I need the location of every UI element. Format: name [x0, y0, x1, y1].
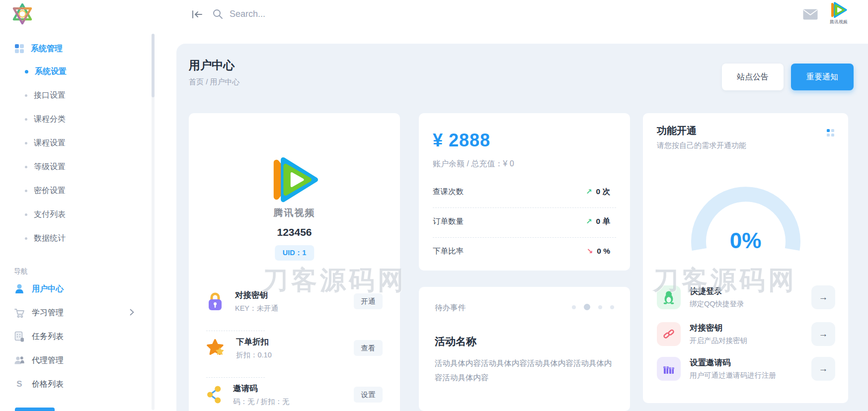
divider	[206, 377, 265, 378]
sidebar-item-course-category[interactable]: 课程分类	[0, 107, 155, 131]
sidebar-item-price-settings[interactable]: 密价设置	[0, 179, 155, 203]
trend-up-icon: ↗	[586, 217, 592, 226]
gauge-value: 0%	[643, 228, 848, 253]
trend-up-icon: ↗	[586, 187, 592, 196]
stat-row-ratio: 下单比率 ↘0 %	[433, 245, 610, 257]
sidebar-item-task-list[interactable]: 任务列表	[0, 325, 155, 348]
username: 123456	[189, 226, 400, 238]
profile-row-api-key: 对接密钥 KEY：未开通 开通	[206, 286, 383, 317]
star-icon	[206, 339, 225, 357]
sidebar-scrollbar-thumb[interactable]	[152, 34, 155, 97]
bullet-icon	[25, 94, 27, 97]
share-icon	[206, 386, 222, 404]
important-notice-button[interactable]: 重要通知	[791, 64, 854, 90]
sidebar-item-user-center[interactable]: 用户中心	[0, 277, 155, 301]
sidebar-item-agent-management[interactable]: 代理管理	[0, 348, 155, 372]
sidebar-item-course-settings[interactable]: 课程设置	[0, 131, 155, 155]
content-panel: 用户中心 首页 / 用户中心 站点公告 重要通知 腾讯视频 123456 UID…	[176, 44, 868, 411]
link-icon	[657, 322, 681, 346]
sidebar-menu: 系统管理 系统设置 接口设置 课程分类 课程设置 等级设置 密价设置 支付列表 …	[0, 38, 155, 396]
sidebar-item-payment-list[interactable]: 支付列表	[0, 203, 155, 226]
users-icon	[14, 355, 25, 366]
bullet-icon	[25, 70, 28, 73]
brand-caption: 腾讯视频	[828, 19, 850, 25]
breadcrumb[interactable]: 首页 / 用户中心	[189, 77, 240, 87]
open-key-button[interactable]: 开通	[354, 293, 383, 309]
carousel-dot[interactable]	[610, 305, 614, 309]
dollar-icon: S	[14, 379, 25, 390]
brand-wordmark: 腾讯视频	[189, 206, 400, 219]
feature-quick-login: 快捷登录 绑定QQ快捷登录 →	[657, 285, 835, 310]
site-notice-button[interactable]: 站点公告	[722, 64, 784, 90]
bullet-icon	[25, 142, 27, 144]
carousel-dot[interactable]	[598, 305, 602, 309]
brand-logo[interactable]: 腾讯视频	[828, 1, 850, 25]
bullet-icon	[25, 166, 27, 168]
cart-icon	[14, 307, 25, 318]
task-list-icon	[14, 331, 25, 342]
bullet-icon	[25, 237, 27, 240]
divider	[433, 207, 616, 208]
sidebar-section-label: 导航	[0, 266, 155, 277]
invite-code-arrow-button[interactable]: →	[811, 357, 835, 381]
features-title: 功能开通	[657, 124, 697, 137]
user-icon	[14, 283, 25, 294]
bullet-icon	[25, 190, 27, 192]
sidebar-group-system[interactable]: 系统管理	[0, 38, 155, 60]
feature-invite-code: 设置邀请码 用户可通过邀请码进行注册 →	[657, 356, 835, 381]
trend-down-icon: ↘	[587, 247, 593, 256]
stat-row-lessons: 查课次数 ↗0 次	[433, 186, 610, 198]
sidebar-group-label: 系统管理	[31, 44, 63, 54]
balance-amount: ¥ 2888	[433, 130, 490, 151]
event-body: 活动具体内容活动具体内容活动具体内容活动具体内容活动具体内容	[435, 356, 616, 385]
features-subtitle: 请您按自己的需求开通功能	[657, 141, 746, 150]
divider	[206, 331, 265, 331]
sidebar-item-price-list[interactable]: S 价格列表	[0, 372, 155, 396]
qq-penguin-icon	[657, 285, 681, 309]
divider	[433, 237, 616, 238]
profile-card: 腾讯视频 123456 UID：1 对接密钥 KEY：未开通 开通 下单折扣	[189, 113, 400, 411]
balance-card: ¥ 2888 账户余额 / 总充值：¥ 0 查课次数 ↗0 次 订单数量 ↗0 …	[419, 113, 630, 271]
todo-title: 待办事件	[435, 303, 466, 313]
mail-icon[interactable]	[803, 9, 818, 20]
grid-icon	[15, 44, 24, 53]
event-title: 活动名称	[435, 335, 476, 348]
tencent-video-logo	[267, 156, 322, 204]
view-discount-button[interactable]: 查看	[354, 340, 383, 356]
profile-row-invite-code: 邀请码 码：无 / 折扣：无 设置	[206, 379, 383, 410]
set-invite-button[interactable]: 设置	[354, 387, 383, 403]
tencent-video-icon	[830, 1, 847, 18]
stat-row-orders: 订单数量 ↗0 单	[433, 215, 610, 227]
bottom-edge-highlight	[15, 408, 55, 411]
grid-menu-icon[interactable]	[827, 129, 834, 137]
features-card: 功能开通 请您按自己的需求开通功能 0% 快捷登录 绑定QQ快捷登录 →	[643, 113, 848, 403]
collapse-back-icon[interactable]	[191, 8, 204, 21]
balance-caption: 账户余额 / 总充值：¥ 0	[433, 159, 514, 169]
gift-icon	[657, 357, 681, 381]
carousel-dots	[572, 304, 614, 310]
sidebar-item-data-stats[interactable]: 数据统计	[0, 226, 155, 250]
uid-badge: UID：1	[275, 245, 315, 261]
chevron-right-icon	[130, 309, 134, 316]
todo-card: 待办事件 活动名称 活动具体内容活动具体内容活动具体内容活动具体内容活动具体内容	[419, 287, 630, 411]
bullet-icon	[25, 118, 27, 121]
bullet-icon	[25, 213, 27, 216]
feature-api-key: 对接密钥 开启产品对接密钥 →	[657, 322, 835, 346]
sidebar-item-level-settings[interactable]: 等级设置	[0, 155, 155, 179]
api-key-arrow-button[interactable]: →	[811, 322, 835, 346]
app-logo-icon[interactable]	[12, 2, 33, 25]
sidebar-item-system-settings[interactable]: 系统设置	[0, 60, 155, 83]
profile-row-discount: 下单折扣 折扣：0.10 查看	[206, 333, 383, 363]
sidebar: 系统管理 系统设置 接口设置 课程分类 课程设置 等级设置 密价设置 支付列表 …	[0, 0, 169, 411]
quick-login-arrow-button[interactable]: →	[811, 285, 835, 309]
lock-icon	[206, 291, 224, 312]
sidebar-item-study-management[interactable]: 学习管理	[0, 301, 155, 325]
search-icon	[212, 8, 224, 20]
carousel-dot-active[interactable]	[584, 304, 590, 310]
carousel-dot[interactable]	[572, 305, 576, 309]
page-title: 用户中心	[189, 58, 235, 73]
search-input[interactable]	[230, 5, 438, 23]
sidebar-item-api-settings[interactable]: 接口设置	[0, 83, 155, 107]
